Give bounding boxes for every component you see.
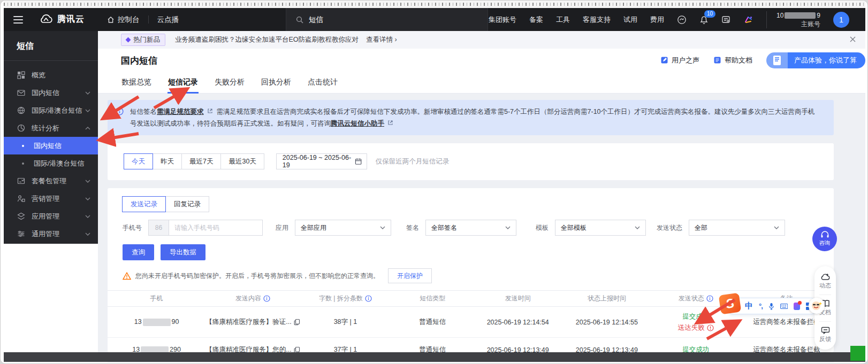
cell-report-time: 2025-06-19 12:14:55 bbox=[561, 319, 652, 326]
sidebar-item-statistics[interactable]: 统计分析 bbox=[4, 119, 98, 137]
tab-data-overview[interactable]: 数据总览 bbox=[121, 72, 152, 94]
keyboard-icon[interactable] bbox=[780, 303, 788, 309]
ime-skin-icon[interactable] bbox=[794, 303, 800, 310]
hamburger-menu-icon[interactable] bbox=[13, 16, 23, 24]
signature-info-alert: 短信签名需满足规范要求 需满足规范要求且在运营商完成实名报备后才可保障短信下发成… bbox=[108, 100, 834, 135]
signature-select[interactable]: 全部签名 bbox=[425, 220, 516, 236]
ime-punctuation-toggle[interactable]: °, bbox=[759, 302, 763, 310]
promo-notice-bar: 热门新品 业务频遭盗刷困扰？边缘安全加速平台EO防盗刷教程教你应对 查看详情 › bbox=[98, 31, 865, 49]
spec-requirement-link[interactable]: 需满足规范要求 bbox=[157, 108, 204, 115]
app-label: 应用 bbox=[276, 223, 288, 233]
bullet-icon bbox=[22, 162, 24, 165]
feed-item[interactable]: 动态 bbox=[819, 273, 831, 290]
pie-chart-icon bbox=[17, 124, 25, 133]
tab-click-stats[interactable]: 点击统计 bbox=[307, 72, 338, 94]
avatar[interactable]: 1 bbox=[833, 12, 849, 28]
tab-receipt-analysis[interactable]: 回执分析 bbox=[261, 72, 292, 94]
send-status-select[interactable]: 全部 bbox=[689, 220, 785, 236]
col-report-time: 状态上报时间 bbox=[561, 294, 652, 303]
menu-group-account[interactable]: 集团账号 bbox=[489, 15, 516, 25]
product-experience-button[interactable]: 产品体验，你说了算 bbox=[766, 52, 865, 68]
sidebar-item-intl-sms[interactable]: 国际/港澳台短信 bbox=[4, 102, 98, 119]
chevron-down-icon bbox=[85, 233, 90, 236]
ime-language-toggle[interactable]: 中 bbox=[745, 301, 753, 311]
send-records-tab[interactable]: 发送记录 bbox=[122, 196, 166, 212]
reply-records-tab[interactable]: 回复记录 bbox=[165, 196, 209, 212]
menu-trial[interactable]: 试用 bbox=[623, 15, 637, 25]
tab-sms-records[interactable]: 短信记录 bbox=[167, 72, 199, 94]
info-icon[interactable] bbox=[706, 295, 713, 302]
query-button[interactable]: 查询 bbox=[123, 244, 154, 260]
product-link-vod[interactable]: 云点播 bbox=[157, 15, 179, 25]
sidebar: 短信 概览 国内短信 国际/港澳台短信 统计分析 bbox=[4, 31, 98, 244]
menu-support[interactable]: 客服支持 bbox=[583, 15, 611, 25]
tencent-cloud-logo[interactable]: 腾讯云 bbox=[39, 14, 85, 26]
menu-icp[interactable]: 备案 bbox=[529, 15, 543, 25]
phone-label: 手机号 bbox=[123, 223, 142, 233]
sidebar-item-general-mgmt[interactable]: 通用管理 bbox=[4, 225, 98, 243]
send-status-label: 发送状态 bbox=[657, 223, 682, 233]
chevron-down-icon bbox=[505, 226, 511, 229]
assistant-icon[interactable] bbox=[677, 15, 687, 25]
sidebar-item-marketing-mgmt[interactable]: 营销管理 bbox=[4, 190, 98, 207]
date-last30-button[interactable]: 最近30天 bbox=[220, 153, 264, 169]
sidebar-item-package-mgmt[interactable]: 套餐包管理 bbox=[4, 172, 98, 190]
chevron-down-icon bbox=[85, 91, 90, 95]
info-icon[interactable] bbox=[263, 295, 270, 302]
menu-billing[interactable]: 费用 bbox=[650, 15, 664, 25]
help-doc-link[interactable]: 帮助文档 bbox=[713, 56, 752, 65]
lab-colorful-icon[interactable] bbox=[743, 14, 753, 25]
date-range-picker[interactable]: 2025-06-19 ~ 2025-06-19 bbox=[276, 153, 367, 169]
sms-assistant-link[interactable]: 腾讯云短信小助手 bbox=[331, 120, 384, 127]
globe-icon bbox=[17, 106, 25, 115]
top-navbar: 腾讯云 控制台 云点播 短信 集团账号 备案 工具 客服支持 试用 费用 10 bbox=[4, 8, 865, 31]
notification-dot bbox=[798, 301, 802, 305]
sidebar-item-app-mgmt[interactable]: 应用管理 bbox=[4, 207, 98, 225]
overview-grid-icon bbox=[17, 71, 25, 80]
enable-protection-button[interactable]: 开启保护 bbox=[388, 268, 432, 283]
template-select[interactable]: 全部模板 bbox=[555, 220, 646, 236]
tab-failure-analysis[interactable]: 失败分析 bbox=[214, 72, 245, 94]
chevron-down-icon bbox=[380, 226, 385, 229]
user-voice-link[interactable]: 用户之声 bbox=[660, 56, 699, 65]
phone-input[interactable] bbox=[169, 220, 263, 236]
menu-tools[interactable]: 工具 bbox=[556, 15, 570, 25]
screenshot-root: 腾讯云 控制台 云点播 短信 集团账号 备案 工具 客服支持 试用 费用 10 bbox=[0, 0, 868, 364]
info-icon bbox=[116, 107, 124, 119]
ime-toolbar: 中 °, bbox=[729, 298, 814, 314]
page-title: 国内短信 bbox=[121, 55, 157, 67]
sidebar-item-overview[interactable]: 概览 bbox=[4, 66, 98, 84]
notification-bell-icon[interactable]: 10 bbox=[699, 15, 709, 25]
sidebar-subitem-domestic-sms-stats[interactable]: 国内短信 bbox=[4, 137, 98, 154]
country-code-box: 86 bbox=[148, 220, 169, 236]
feedback-item[interactable]: 反馈 bbox=[819, 327, 831, 343]
promo-detail-link[interactable]: 查看详情 › bbox=[366, 35, 397, 44]
headset-icon bbox=[820, 231, 829, 239]
date-last7-button[interactable]: 最近7天 bbox=[181, 153, 221, 169]
date-today-button[interactable]: 今天 bbox=[124, 153, 153, 169]
consult-float-button[interactable]: 咨询 bbox=[812, 227, 837, 251]
console-link[interactable]: 控制台 bbox=[107, 15, 140, 25]
cell-send-time: 2025-06-19 12:14:54 bbox=[474, 319, 561, 326]
action-row: 查询 导出数据 bbox=[123, 244, 834, 260]
global-search[interactable]: 短信 bbox=[286, 8, 488, 31]
sidebar-item-domestic-sms[interactable]: 国内短信 bbox=[4, 84, 98, 102]
ime-emoji-icon[interactable] bbox=[809, 298, 825, 314]
account-info[interactable]: 109 主账号 bbox=[766, 11, 820, 28]
info-icon[interactable] bbox=[365, 295, 372, 302]
sidebar-subitem-intl-sms-stats[interactable]: 国际/港澳台短信 bbox=[4, 154, 98, 172]
copy-icon[interactable] bbox=[294, 319, 300, 326]
app-select[interactable]: 全部应用 bbox=[295, 220, 391, 236]
marketing-icon bbox=[17, 195, 25, 203]
external-link-icon bbox=[207, 108, 213, 114]
external-link-icon bbox=[387, 120, 393, 126]
close-icon[interactable] bbox=[850, 36, 856, 44]
date-yesterday-button[interactable]: 昨天 bbox=[153, 153, 182, 169]
promo-message: 业务频遭盗刷困扰？边缘安全加速平台EO防盗刷教程教你应对 bbox=[175, 35, 359, 44]
bullet-icon bbox=[22, 145, 24, 147]
sogou-ime-logo[interactable]: S bbox=[719, 293, 742, 315]
export-button[interactable]: 导出数据 bbox=[161, 244, 205, 260]
ticket-icon[interactable] bbox=[721, 15, 730, 24]
error-info-icon[interactable] bbox=[707, 324, 714, 331]
microphone-icon[interactable] bbox=[768, 302, 774, 311]
